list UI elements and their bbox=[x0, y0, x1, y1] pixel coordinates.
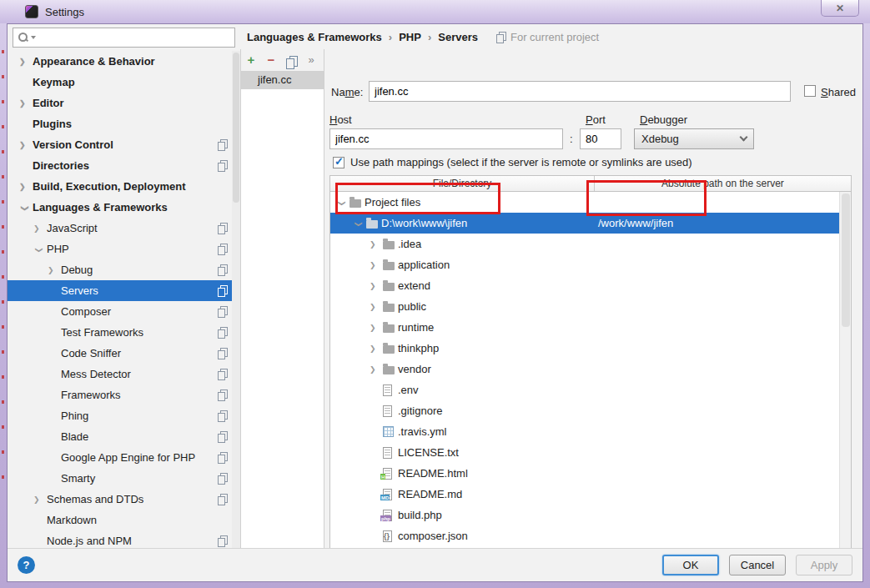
breadcrumb-php[interactable]: PHP bbox=[399, 31, 421, 43]
cancel-button[interactable]: Cancel bbox=[729, 555, 786, 575]
chevron-down-icon[interactable]: ❯ bbox=[338, 200, 346, 209]
mapping-row-thinkphp[interactable]: ❯thinkphp bbox=[330, 338, 840, 359]
file-directory-cell: ❯application bbox=[330, 259, 595, 271]
sidebar-item-phing[interactable]: Phing bbox=[8, 405, 240, 426]
chevron-right-icon[interactable]: ❯ bbox=[19, 99, 33, 108]
file-directory-label: .gitignore bbox=[398, 405, 442, 417]
mapping-row-travis-yml[interactable]: .travis.yml bbox=[330, 421, 840, 442]
mapping-row-build-php[interactable]: phpbuild.php bbox=[330, 505, 840, 525]
project-level-icon bbox=[218, 348, 228, 359]
ok-button[interactable]: OK bbox=[662, 555, 719, 575]
chevron-right-icon[interactable]: ❯ bbox=[370, 365, 383, 374]
chevron-down-icon[interactable]: ❯ bbox=[35, 247, 43, 260]
server-list-item-jifen-cc[interactable]: jifen.cc bbox=[241, 71, 324, 89]
breadcrumb-languages-frameworks[interactable]: Languages & Frameworks bbox=[247, 31, 382, 43]
use-path-mappings-row[interactable]: Use path mappings (select if the server … bbox=[333, 156, 692, 168]
sidebar-item-code-sniffer[interactable]: Code Sniffer bbox=[8, 343, 240, 364]
file-directory-label: thinkphp bbox=[398, 342, 439, 354]
mapping-row-idea[interactable]: ❯.idea bbox=[330, 234, 840, 254]
sidebar-item-node-js-and-npm[interactable]: Node.js and NPM bbox=[8, 530, 240, 550]
use-path-mappings-checkbox[interactable] bbox=[333, 157, 344, 168]
window-title: Settings bbox=[45, 6, 84, 18]
table-scrollbar-thumb[interactable] bbox=[842, 193, 850, 327]
add-server-button[interactable]: + bbox=[241, 50, 261, 70]
chevron-right-icon[interactable]: ❯ bbox=[33, 495, 47, 504]
mapping-row-composer-json[interactable]: {}composer.json bbox=[330, 525, 840, 546]
sidebar-item-servers[interactable]: Servers bbox=[8, 280, 240, 301]
sidebar-item-markdown[interactable]: Markdown bbox=[8, 510, 240, 530]
chevron-right-icon[interactable]: ❯ bbox=[370, 324, 383, 332]
sidebar-scrollbar[interactable] bbox=[232, 51, 240, 550]
remove-server-button[interactable]: − bbox=[261, 50, 281, 70]
chevron-right-icon[interactable]: ❯ bbox=[370, 344, 383, 353]
sidebar-item-google-app-engine-for-php[interactable]: Google App Engine for PHP bbox=[8, 447, 240, 468]
mapping-row-gitignore[interactable]: .gitignore bbox=[330, 400, 840, 421]
chevron-right-icon[interactable]: ❯ bbox=[370, 303, 383, 311]
project-level-icon bbox=[218, 369, 228, 379]
sidebar-item-plugins[interactable]: Plugins bbox=[8, 113, 240, 134]
settings-search-input[interactable] bbox=[36, 29, 234, 46]
chevron-right-icon[interactable]: ❯ bbox=[370, 282, 383, 290]
php-badge: php bbox=[380, 515, 391, 522]
shared-checkbox[interactable] bbox=[804, 85, 816, 97]
sidebar-item-appearance-behavior[interactable]: ❯Appearance & Behavior bbox=[8, 51, 240, 72]
sidebar-item-smarty[interactable]: Smarty bbox=[8, 468, 240, 489]
sidebar-item-blade[interactable]: Blade bbox=[8, 426, 240, 447]
sidebar-item-label: Markdown bbox=[47, 514, 97, 526]
sidebar-item-directories[interactable]: Directories bbox=[8, 155, 240, 176]
chevron-right-icon[interactable]: ❯ bbox=[370, 261, 383, 269]
mapping-row-application[interactable]: ❯application bbox=[330, 254, 840, 275]
sidebar-item-test-frameworks[interactable]: Test Frameworks bbox=[8, 322, 240, 343]
file-directory-cell: ❯D:\work\www\jifen bbox=[330, 217, 595, 229]
copy-server-button[interactable] bbox=[281, 52, 301, 68]
help-button[interactable]: ? bbox=[18, 556, 35, 574]
debugger-select[interactable]: Xdebug bbox=[634, 128, 754, 149]
settings-search-box[interactable] bbox=[13, 28, 235, 48]
mapping-row-extend[interactable]: ❯extend bbox=[330, 275, 840, 296]
chevron-right-icon[interactable]: ❯ bbox=[33, 224, 47, 233]
close-button[interactable]: ✕ bbox=[821, 0, 859, 17]
sidebar-item-schemas-and-dtds[interactable]: ❯Schemas and DTDs bbox=[8, 489, 240, 510]
file-directory-label: build.php bbox=[398, 509, 442, 521]
table-scrollbar[interactable] bbox=[839, 192, 851, 567]
name-input[interactable] bbox=[369, 81, 791, 102]
mapping-row-runtime[interactable]: ❯runtime bbox=[330, 317, 840, 338]
more-actions-button[interactable]: » bbox=[301, 50, 321, 70]
port-input[interactable] bbox=[580, 128, 621, 149]
sidebar-item-keymap[interactable]: Keymap bbox=[8, 72, 240, 93]
chevron-down-icon[interactable]: ❯ bbox=[21, 205, 29, 219]
mapping-row-env[interactable]: .env bbox=[330, 379, 840, 400]
breadcrumb-separator: › bbox=[389, 31, 392, 43]
sidebar-item-php[interactable]: ❯PHP bbox=[8, 239, 240, 259]
chevron-right-icon[interactable]: ❯ bbox=[19, 141, 33, 149]
mapping-row-license-txt[interactable]: LICENSE.txt bbox=[330, 442, 840, 463]
sidebar-item-build-execution-deployment[interactable]: ❯Build, Execution, Deployment bbox=[8, 176, 240, 197]
project-level-icon bbox=[218, 535, 228, 546]
mapping-row-d-work-www-jifen[interactable]: ❯D:\work\www\jifen/work/www/jifen bbox=[330, 213, 840, 234]
chevron-right-icon[interactable]: ❯ bbox=[48, 266, 61, 274]
mapping-row-public[interactable]: ❯public bbox=[330, 296, 840, 317]
mapping-row-project-files[interactable]: ❯Project files bbox=[330, 192, 840, 213]
shared-label: Shared bbox=[821, 86, 856, 98]
column-header-file-directory[interactable]: File/Directory bbox=[330, 176, 595, 191]
column-header-absolute-path[interactable]: Absolute path on the server bbox=[595, 176, 851, 191]
sidebar-item-languages-frameworks[interactable]: ❯Languages & Frameworks bbox=[8, 197, 240, 218]
sidebar-item-composer[interactable]: Composer bbox=[8, 301, 240, 322]
sidebar-item-javascript[interactable]: ❯JavaScript bbox=[8, 218, 240, 239]
host-input[interactable] bbox=[329, 128, 563, 149]
chevron-right-icon[interactable]: ❯ bbox=[19, 183, 33, 191]
chevron-right-icon[interactable]: ❯ bbox=[19, 58, 33, 66]
sidebar-item-frameworks[interactable]: Frameworks bbox=[8, 384, 240, 405]
sidebar-item-editor[interactable]: ❯Editor bbox=[8, 93, 240, 113]
absolute-path-cell[interactable]: /work/www/jifen bbox=[595, 217, 840, 229]
sidebar-item-mess-detector[interactable]: Mess Detector bbox=[8, 364, 240, 384]
sidebar-scrollbar-thumb[interactable] bbox=[233, 53, 239, 203]
chevron-right-icon[interactable]: ❯ bbox=[370, 240, 383, 249]
mapping-row-vendor[interactable]: ❯vendor bbox=[330, 359, 840, 379]
mapping-row-readme-html[interactable]: HREADME.html bbox=[330, 463, 840, 484]
sidebar-item-version-control[interactable]: ❯Version Control bbox=[8, 134, 240, 155]
chevron-down-icon[interactable]: ❯ bbox=[355, 221, 363, 230]
sidebar-item-debug[interactable]: ❯Debug bbox=[8, 259, 240, 280]
sidebar-item-label: Schemas and DTDs bbox=[47, 493, 143, 505]
mapping-row-readme-md[interactable]: MDREADME.md bbox=[330, 484, 840, 505]
